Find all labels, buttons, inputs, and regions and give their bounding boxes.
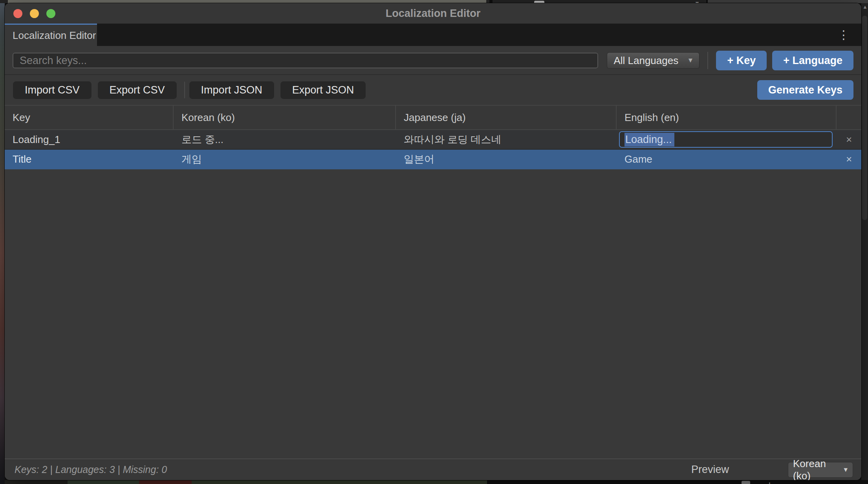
japanese-cell[interactable]: 와따시와 로딩 데스네 xyxy=(396,130,617,149)
column-header-korean[interactable]: Korean (ko) xyxy=(174,106,396,129)
tab-label: Localization Editor xyxy=(13,29,96,42)
background-fragment xyxy=(192,480,487,484)
column-header-japanese[interactable]: Japanese (ja) xyxy=(396,106,617,129)
import-json-button[interactable]: Import JSON xyxy=(189,81,275,99)
background-fragment xyxy=(68,480,139,484)
chevron-down-icon: ▼ xyxy=(687,57,694,64)
english-cell[interactable]: Game xyxy=(617,150,837,169)
korean-cell[interactable]: 로드 중... xyxy=(174,130,396,149)
import-csv-button[interactable]: Import CSV xyxy=(13,81,92,99)
background-fragment xyxy=(5,480,68,484)
folder-icon xyxy=(742,481,750,484)
background-scene-tab: NewScene* ▼ xyxy=(489,0,705,3)
export-json-button[interactable]: Export JSON xyxy=(280,81,366,99)
background-fragment xyxy=(139,480,192,484)
export-csv-button[interactable]: Export CSV xyxy=(97,81,177,99)
background-scene-view-edge xyxy=(0,3,5,484)
column-header-actions xyxy=(837,106,861,129)
background-project-item-label: package xyxy=(753,480,789,484)
column-header-english[interactable]: English (en) xyxy=(617,106,837,129)
add-language-button[interactable]: + Language xyxy=(772,51,853,70)
close-window-button[interactable] xyxy=(13,9,22,18)
preview-language-dropdown[interactable]: Korean (ko) ▼ xyxy=(788,462,853,478)
status-summary: Keys: 2 | Languages: 3 | Missing: 0 xyxy=(15,464,167,475)
column-header-key[interactable]: Key xyxy=(5,106,174,129)
status-bar: Keys: 2 | Languages: 3 | Missing: 0 Prev… xyxy=(5,458,861,480)
add-key-button[interactable]: + Key xyxy=(716,51,767,70)
preview-label: Preview xyxy=(691,464,729,476)
table-row-title[interactable]: Title 게임 일본어 Game × xyxy=(5,150,861,169)
search-input[interactable] xyxy=(13,53,598,68)
import-export-bar: Import CSV Export CSV Import JSON Export… xyxy=(5,75,861,105)
scroll-up-icon[interactable]: ▲ xyxy=(862,4,868,10)
traffic-lights xyxy=(13,3,55,24)
button-group-divider xyxy=(184,82,185,98)
toolbar-divider xyxy=(707,52,708,69)
table-empty-area xyxy=(5,169,861,458)
background-window-top-strip: NewScene* ▼ xyxy=(0,0,868,3)
selected-text: Loading... xyxy=(624,133,674,147)
chevron-down-icon: ▼ xyxy=(842,466,849,473)
korean-cell[interactable]: 게임 xyxy=(174,150,396,169)
kebab-menu-icon[interactable]: ⋮ xyxy=(835,24,853,46)
minimize-window-button[interactable] xyxy=(30,9,39,18)
background-panel-strip xyxy=(706,0,868,3)
english-cell: Loading... xyxy=(617,130,837,149)
localization-editor-window: Localization Editor Localization Editor … xyxy=(5,3,861,480)
english-edit-input[interactable]: Loading... xyxy=(619,131,833,148)
preview-language-value: Korean (ko) xyxy=(793,458,842,480)
background-toolbar-strip xyxy=(8,0,486,3)
key-cell[interactable]: Title xyxy=(5,150,174,169)
generate-keys-button[interactable]: Generate Keys xyxy=(757,80,853,100)
background-scrollbar-thumb[interactable] xyxy=(862,16,867,220)
table-header: Key Korean (ko) Japanese (ja) English (e… xyxy=(5,105,861,130)
background-project-panel-edge: package xyxy=(5,480,868,484)
window-titlebar[interactable]: Localization Editor xyxy=(5,3,861,24)
key-cell[interactable]: Loading_1 xyxy=(5,130,174,149)
japanese-cell[interactable]: 일본어 xyxy=(396,150,617,169)
language-filter-dropdown[interactable]: All Languages ▼ xyxy=(607,52,700,69)
editor-tab-bar: Localization Editor ⋮ xyxy=(5,24,861,46)
zoom-window-button[interactable] xyxy=(46,9,55,18)
window-title: Localization Editor xyxy=(386,7,481,20)
tab-localization-editor[interactable]: Localization Editor xyxy=(5,24,97,46)
chevron-down-icon: ▼ xyxy=(694,0,700,3)
background-scene-tab-label: NewScene* xyxy=(552,0,599,3)
language-filter-value: All Languages xyxy=(613,55,678,67)
table-row-loading-1[interactable]: Loading_1 로드 중... 와따시와 로딩 데스네 Loading...… xyxy=(5,130,861,150)
delete-key-button[interactable]: × xyxy=(837,130,861,149)
delete-key-button[interactable]: × xyxy=(837,150,861,169)
toolbar: All Languages ▼ + Key + Language xyxy=(5,46,861,74)
